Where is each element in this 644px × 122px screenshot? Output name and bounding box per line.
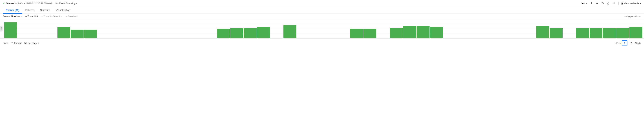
per-column-label: 1 day per column (624, 15, 641, 18)
chevron-right-icon: › (640, 42, 641, 44)
stop-button[interactable]: ■ (596, 2, 599, 6)
top-bar-right: Job ▾ ⏸ ■ ↻ ⎙ ⬇ | ▣ Verbose Mode ▾ (581, 1, 641, 6)
bar-43 (576, 28, 589, 38)
verbose-caret-icon: ▾ (640, 2, 641, 5)
bar-26 (350, 29, 363, 38)
bar-30 (403, 26, 416, 38)
prev-label: Prev (616, 42, 621, 44)
zoom-out-button[interactable]: – Zoom Out (26, 15, 38, 18)
pause-button[interactable]: ⏸ (589, 2, 594, 6)
bar-21 (284, 25, 296, 38)
bar-46 (616, 28, 629, 38)
bar-40 (536, 26, 549, 38)
list-caret-icon: ▾ (7, 42, 8, 44)
pagination: ‹ Prev 1 2 Next › (615, 40, 641, 46)
job-caret-icon: ▾ (586, 2, 587, 5)
bar-18 (244, 28, 257, 38)
format-button[interactable]: ✏ Format (11, 42, 22, 44)
bar-0 (4, 22, 17, 38)
job-dropdown[interactable]: Job ▾ (581, 2, 587, 5)
zoom-out-label: Zoom Out (27, 15, 38, 18)
events-meta-label: (before 11/16/22 2:37:31.000 AM) (18, 2, 52, 5)
bar-27 (364, 29, 376, 38)
bar-group-45 (602, 20, 616, 38)
bar-group-12 (164, 20, 177, 38)
verbose-mode-dropdown[interactable]: ▣ Verbose Mode ▾ (621, 2, 641, 5)
bar-group-38 (510, 20, 523, 38)
events-count-label: 60 events (6, 2, 16, 5)
bar-group-10 (137, 20, 150, 38)
bar-group-33 (443, 20, 456, 38)
sampling-dropdown[interactable]: No Event Sampling ▾ (56, 2, 78, 5)
tab-events[interactable]: Events (60) (3, 7, 22, 14)
bar-41 (550, 28, 562, 38)
per-page-caret-icon: ▾ (38, 42, 40, 44)
zoom-selection-label: + Zoom to Selection (42, 15, 62, 18)
bar-29 (390, 28, 403, 38)
bar-group-44 (590, 20, 603, 38)
per-page-label: 50 Per Page (24, 42, 37, 44)
handle-dot-1 (1, 28, 2, 28)
tab-statistics[interactable]: Statistics (37, 7, 53, 14)
handle-dot-2 (1, 29, 2, 29)
redo-button[interactable]: ↻ (601, 1, 604, 6)
bar-group-47 (629, 20, 642, 38)
bar-group-42 (563, 20, 576, 38)
bar-group-20 (270, 20, 284, 38)
bar-group-18 (244, 20, 257, 38)
print-button[interactable]: ⎙ (607, 2, 610, 6)
verbose-mode-label: Verbose Mode (624, 2, 639, 5)
bar-32 (430, 27, 443, 38)
bar-group-30 (403, 20, 416, 38)
list-label: List (3, 42, 6, 44)
next-label: Next (635, 42, 640, 44)
bar-group-43 (576, 20, 590, 38)
bottom-bar-left: List ▾ ✏ Format 50 Per Page ▾ (3, 42, 40, 44)
bar-group-19 (257, 20, 270, 38)
format-label: Format (14, 42, 22, 44)
tab-patterns[interactable]: Patterns (22, 7, 37, 14)
separator: | (618, 2, 619, 5)
bar-group-37 (496, 20, 510, 38)
bar-group-21 (283, 20, 296, 38)
page-1-button[interactable]: 1 (622, 40, 628, 46)
bar-group-40 (536, 20, 550, 38)
bar-group-28 (376, 20, 390, 38)
bar-45 (603, 28, 616, 38)
next-button[interactable]: Next › (635, 42, 641, 44)
handle-dot-3 (1, 30, 2, 30)
bar-group-4 (57, 20, 70, 38)
page-2-button[interactable]: 2 (628, 40, 634, 46)
bar-group-16 (217, 20, 230, 38)
bar-group-24 (323, 20, 336, 38)
timeline-toolbar: Format Timeline ▾ – Zoom Out + Zoom to S… (0, 14, 644, 19)
tabs-bar: Events (60) Patterns Statistics Visualiz… (0, 7, 644, 14)
format-timeline-button[interactable]: Format Timeline ▾ (3, 15, 22, 18)
bar-group-35 (470, 20, 483, 38)
bar-group-31 (416, 20, 430, 38)
bar-31 (416, 26, 430, 38)
top-bar-left: ✓ 60 events (before 11/16/22 2:37:31.000… (3, 2, 78, 5)
bar-6 (84, 30, 97, 38)
deselect-button: × Deselect (66, 15, 77, 18)
bar-group-3 (44, 20, 57, 38)
download-button[interactable]: ⬇ (612, 1, 616, 6)
tab-visualization[interactable]: Visualization (53, 7, 73, 14)
monitor-icon: ▣ (621, 2, 623, 5)
per-page-dropdown[interactable]: 50 Per Page ▾ (24, 42, 39, 44)
sampling-caret-icon: ▾ (76, 2, 78, 5)
events-count-section: ✓ 60 events (before 11/16/22 2:37:31.000… (3, 2, 52, 5)
bar-group-32 (430, 20, 443, 38)
bar-group-0 (4, 20, 17, 38)
job-label: Job (581, 2, 585, 5)
bar-group-34 (456, 20, 470, 38)
list-dropdown[interactable]: List ▾ (3, 42, 8, 44)
top-bar: ✓ 60 events (before 11/16/22 2:37:31.000… (0, 0, 644, 7)
bar-group-9 (124, 20, 137, 38)
prev-button: ‹ Prev (615, 42, 621, 44)
bar-19 (257, 27, 270, 38)
check-icon: ✓ (3, 2, 5, 5)
chart-handle[interactable] (0, 26, 2, 32)
zoom-selection-button: + Zoom to Selection (42, 15, 62, 18)
bar-4 (58, 27, 70, 38)
